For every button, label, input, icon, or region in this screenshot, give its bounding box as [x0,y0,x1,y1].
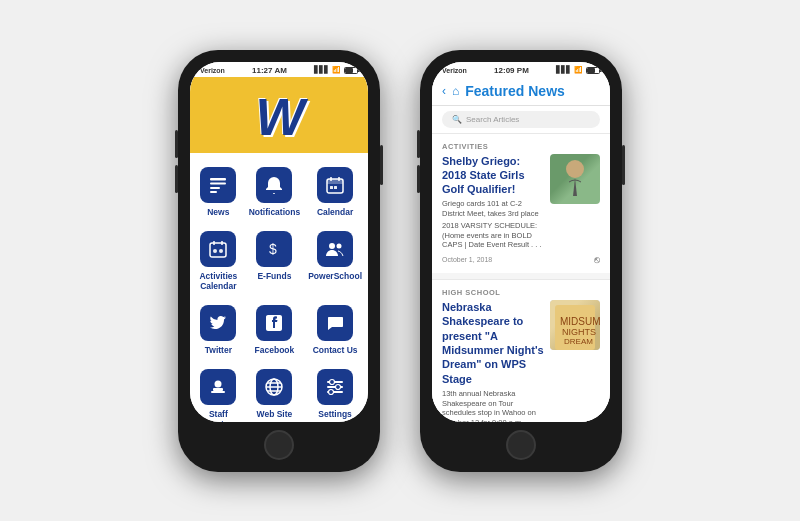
calendar-icon [317,167,353,203]
back-button[interactable]: ‹ [442,84,446,98]
twitter-icon [200,305,236,341]
share-icon[interactable]: ⎋ [594,254,600,265]
article-1-thumbnail [550,154,600,204]
people-icon [317,231,353,267]
menu-label-facebook: Facebook [255,345,295,355]
status-icons: ▋▋▋ 📶 [314,66,358,74]
menu-item-facebook[interactable]: Facebook [247,299,302,359]
volume-up-button-2 [417,130,420,158]
menu-item-contact-us[interactable]: Contact Us [306,299,364,359]
page-title: Featured News [465,83,565,99]
menu-item-activities-calendar[interactable]: Activities Calendar [194,225,243,295]
chat-icon [317,305,353,341]
home-button-1[interactable] [264,430,294,460]
article-2-category: HIGH SCHOOL [442,288,600,297]
article-2-thumbnail: MIDSUMMERNIGHTSDREAM [550,300,600,350]
menu-item-efunds[interactable]: $ E-Funds [247,225,302,295]
article-1-summary: Griego cards 101 at C-2 District Meet, t… [442,199,544,219]
phone-2-screen: Verizon 12:09 PM ▋▋▋ 📶 ‹ ⌂ Featured News [432,62,610,422]
status-bar-2: Verizon 12:09 PM ▋▋▋ 📶 [432,62,610,77]
globe-icon [256,369,292,405]
dollar-icon: $ [256,231,292,267]
menu-label-contact-us: Contact Us [313,345,358,355]
menu-label-news: News [207,207,229,217]
svg-rect-5 [327,179,343,184]
menu-label-twitter: Twitter [205,345,232,355]
svg-point-17 [337,243,342,248]
menu-item-powerschool[interactable]: PowerSchool [306,225,364,295]
search-input[interactable]: 🔍 Search Articles [442,111,600,128]
article-1-date: October 1, 2018 [442,256,492,263]
article-1-category: ACTIVITIES [442,142,600,151]
svg-rect-2 [210,187,220,189]
svg-rect-8 [330,186,333,189]
phone-1-screen: Verizon 11:27 AM ▋▋▋ 📶 W [190,62,368,422]
staff-icon [200,369,236,405]
logo-area: W [190,77,368,153]
menu-item-notifications[interactable]: Notifications [247,161,302,221]
svg-point-29 [330,380,335,385]
menu-item-news[interactable]: News [194,161,243,221]
article-1-text: Shelby Griego: 2018 State Girls Golf Qua… [442,154,544,251]
menu-label-powerschool: PowerSchool [308,271,362,281]
svg-text:NIGHTS: NIGHTS [562,327,596,337]
news-article-2[interactable]: HIGH SCHOOL Nebraska Shakespeare to pres… [432,280,610,421]
svg-rect-3 [210,191,217,193]
signal-icon-2: ▋▋▋ [556,66,571,74]
svg-rect-1 [210,182,226,184]
carrier-label-2: Verizon [442,67,467,74]
article-1-inner: Shelby Griego: 2018 State Girls Golf Qua… [442,154,600,251]
status-icons-2: ▋▋▋ 📶 [556,66,600,74]
golf-image [550,154,600,204]
news-content: ACTIVITIES Shelby Griego: 2018 State Gir… [432,134,610,422]
home-icon[interactable]: ⌂ [452,84,459,98]
article-1-detail: 2018 VARSITY SCHEDULE: (Home events are … [442,221,544,250]
settings-icon [317,369,353,405]
news-article-1[interactable]: ACTIVITIES Shelby Griego: 2018 State Gir… [432,134,610,274]
article-2-text: Nebraska Shakespeare to present "A Midsu… [442,300,544,421]
svg-rect-9 [334,186,337,189]
svg-text:$: $ [269,241,277,257]
menu-label-activities-calendar: Activities Calendar [196,271,241,291]
menu-item-website[interactable]: Web Site [247,363,302,421]
facebook-icon [256,305,292,341]
menu-item-calendar[interactable]: Calendar [306,161,364,221]
menu-item-twitter[interactable]: Twitter [194,299,243,359]
svg-point-18 [215,381,222,388]
article-2-inner: Nebraska Shakespeare to present "A Midsu… [442,300,600,421]
svg-rect-20 [213,388,223,391]
carrier-label: Verizon [200,67,225,74]
power-button [380,145,383,185]
volume-up-button [175,130,178,158]
volume-down-button-2 [417,165,420,193]
school-logo: W [255,91,302,143]
news-icon [200,167,236,203]
svg-text:DREAM: DREAM [564,337,593,346]
home-button-2[interactable] [506,430,536,460]
shakespeare-image: MIDSUMMERNIGHTSDREAM [550,300,600,350]
main-menu-grid: News Notifications Calendar [190,153,368,422]
menu-label-settings: Settings [318,409,352,419]
svg-text:MIDSUMMER: MIDSUMMER [560,316,600,327]
search-icon: 🔍 [452,115,462,124]
volume-down-button [175,165,178,193]
home-screen: W News Notifications [190,77,368,422]
article-1-headline: Shelby Griego: 2018 State Girls Golf Qua… [442,154,544,197]
time-display: 11:27 AM [252,66,287,75]
menu-item-staff-directory[interactable]: Staff Directory [194,363,243,421]
svg-rect-0 [210,178,226,181]
svg-point-30 [336,385,341,390]
menu-item-settings[interactable]: Settings [306,363,364,421]
svg-point-13 [213,249,217,253]
svg-point-32 [566,160,584,178]
article-1-footer: October 1, 2018 ⎋ [442,254,600,265]
wifi-icon: 📶 [332,66,341,74]
menu-label-efunds: E-Funds [257,271,291,281]
menu-label-calendar: Calendar [317,207,353,217]
time-display-2: 12:09 PM [494,66,529,75]
phone-2: Verizon 12:09 PM ▋▋▋ 📶 ‹ ⌂ Featured News [420,50,622,472]
menu-label-website: Web Site [257,409,293,419]
wifi-icon-2: 📶 [574,66,583,74]
bell-icon [256,167,292,203]
power-button-2 [622,145,625,185]
